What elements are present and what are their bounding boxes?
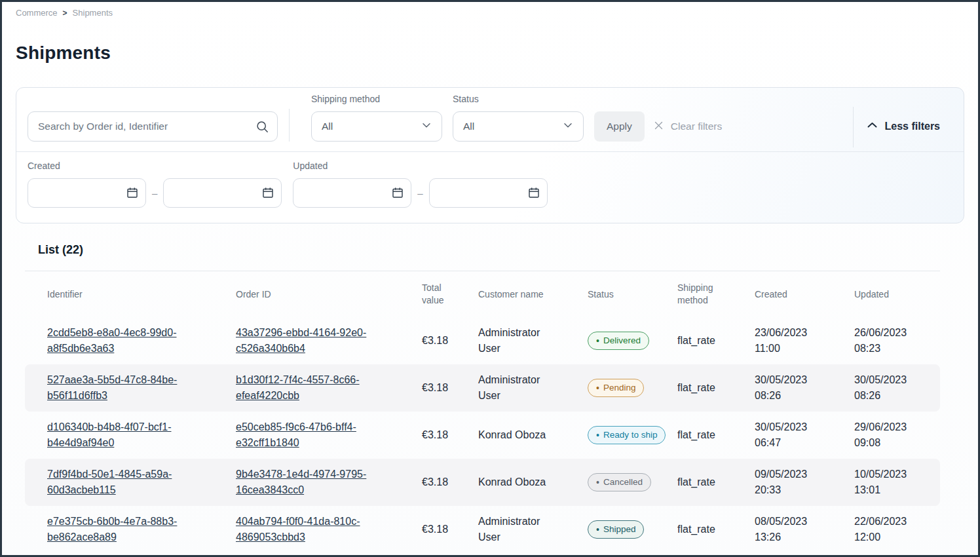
date-range-separator: –	[152, 187, 157, 199]
updated-cell: 29/06/2023 09:08	[854, 419, 918, 451]
total-value-cell: €3.18	[422, 474, 478, 490]
order-id-link[interactable]: 43a37296-ebbd-4164-92e0-c526a340b6b4	[236, 327, 366, 354]
table-row: 527aae3a-5b5d-47c8-84be-b56f11d6ffb3 b1d…	[25, 364, 940, 412]
shipment-identifier-link[interactable]: 2cdd5eb8-e8a0-4ec8-99d0-a8f5db6e3a63	[47, 327, 176, 354]
shipment-identifier-link[interactable]: 527aae3a-5b5d-47c8-84be-b56f11d6ffb3	[47, 374, 177, 401]
shipping-method-cell: flat_rate	[677, 522, 755, 537]
order-id-link[interactable]: 9b4e3478-1e4d-4974-9795-16cea3843cc0	[236, 469, 366, 495]
updated-to-input[interactable]	[429, 178, 548, 208]
close-icon	[653, 120, 664, 134]
status-filter: Status All	[453, 94, 584, 142]
less-filters-toggle[interactable]: Less filters	[867, 111, 940, 142]
status-badge: Shipped	[588, 520, 644, 539]
table-row: d106340b-b4b8-4f07-bcf1-b4e4d9af94e0 e50…	[25, 412, 940, 459]
customer-name-cell: Administrator User	[478, 514, 588, 545]
created-to-input[interactable]	[163, 178, 282, 208]
created-cell: 09/05/2023 20:33	[755, 467, 854, 498]
shipments-list: List (22) Identifier Order ID Total valu…	[2, 243, 978, 553]
total-value-cell: €3.18	[422, 522, 478, 537]
table-row: e7e375cb-6b0b-4e7a-88b3-be862ace8a89 404…	[25, 506, 940, 553]
filters-divider	[853, 107, 854, 147]
breadcrumb: Commerce > Shipments	[2, 2, 978, 18]
status-badge: Cancelled	[588, 473, 651, 491]
shipment-identifier-link[interactable]: 7df9f4bd-50e1-4845-a59a-60d3acbeb115	[47, 469, 172, 495]
table-row: 7df9f4bd-50e1-4845-a59a-60d3acbeb115 9b4…	[25, 459, 940, 506]
search-input[interactable]	[28, 111, 278, 142]
shipping-method-cell: flat_rate	[677, 333, 755, 349]
total-value-cell: €3.18	[422, 380, 478, 396]
customer-name-cell: Konrad Oboza	[478, 427, 588, 443]
updated-label: Updated	[293, 161, 547, 171]
shipping-method-value: All	[322, 121, 333, 132]
chevron-up-icon	[867, 121, 878, 132]
date-range-separator: –	[417, 187, 423, 199]
order-id-link[interactable]: 404ab794-f0f0-41da-810c-4869053cbbd3	[236, 516, 360, 543]
created-date-filter: Created –	[28, 161, 282, 208]
shipping-method-filter: Shipping method All	[311, 94, 442, 142]
created-cell: 08/05/2023 13:26	[755, 514, 854, 545]
chevron-down-icon	[563, 120, 573, 133]
clear-filters-button[interactable]: Clear filters	[653, 111, 722, 142]
shipping-method-cell: flat_rate	[677, 427, 755, 443]
shipping-method-label: Shipping method	[311, 94, 442, 104]
customer-name-cell: Administrator User	[478, 325, 588, 356]
created-label: Created	[28, 161, 282, 171]
updated-from-wrap	[293, 178, 411, 208]
column-header-customer-name: Customer name	[478, 288, 588, 301]
column-header-updated: Updated	[854, 288, 918, 301]
total-value-cell: €3.18	[422, 333, 478, 349]
breadcrumb-shipments[interactable]: Shipments	[73, 8, 113, 18]
filters-divider	[289, 109, 290, 142]
search-field-wrap	[28, 111, 278, 142]
total-value-cell: €3.18	[422, 427, 478, 443]
apply-button[interactable]: Apply	[594, 111, 645, 142]
created-cell: 23/06/2023 11:00	[755, 325, 854, 356]
status-select[interactable]: All	[453, 111, 584, 142]
updated-cell: 22/06/2023 12:00	[854, 514, 918, 545]
customer-name-cell: Administrator User	[478, 372, 588, 404]
status-badge: Delivered	[588, 332, 649, 350]
shipping-method-cell: flat_rate	[677, 474, 755, 490]
column-header-total-value: Total value	[422, 282, 478, 307]
created-from-wrap	[28, 178, 146, 208]
updated-to-wrap	[429, 178, 548, 208]
shipping-method-select[interactable]: All	[311, 111, 442, 142]
less-filters-label: Less filters	[885, 121, 940, 132]
order-id-link[interactable]: e50ceb85-f9c6-47b6-bff4-e32cff1b1840	[236, 421, 356, 448]
updated-cell: 26/06/2023 08:23	[854, 325, 918, 356]
filters-date-row: Created – Updated	[16, 152, 964, 208]
table-row: 2cdd5eb8-e8a0-4ec8-99d0-a8f5db6e3a63 43a…	[25, 317, 940, 364]
column-header-created: Created	[755, 288, 854, 301]
created-cell: 30/05/2023 06:47	[755, 419, 854, 451]
shipping-method-cell: flat_rate	[677, 380, 755, 396]
updated-date-filter: Updated –	[293, 161, 547, 208]
created-from-input[interactable]	[28, 178, 146, 208]
breadcrumb-separator: >	[63, 9, 67, 18]
updated-cell: 10/05/2023 13:01	[854, 467, 918, 498]
customer-name-cell: Konrad Oboza	[478, 474, 588, 490]
clear-filters-label: Clear filters	[671, 121, 722, 132]
updated-cell: 30/05/2023 08:26	[854, 372, 918, 404]
status-badge: Pending	[588, 379, 644, 397]
status-label: Status	[453, 94, 584, 104]
breadcrumb-commerce[interactable]: Commerce	[16, 8, 58, 18]
list-title: List (22)	[38, 243, 940, 257]
filters-panel: Shipping method All Status All Apply Cl	[16, 87, 964, 223]
page-title: Shipments	[16, 43, 978, 64]
shipment-identifier-link[interactable]: e7e375cb-6b0b-4e7a-88b3-be862ace8a89	[47, 516, 177, 543]
column-header-order-id: Order ID	[236, 288, 422, 301]
table-header-row: Identifier Order ID Total value Customer…	[25, 271, 940, 317]
column-header-shipping-method: Shipping method	[677, 282, 755, 307]
created-cell: 30/05/2023 08:26	[755, 372, 854, 404]
order-id-link[interactable]: b1d30f12-7f4c-4557-8c66-efeaf4220cbb	[236, 374, 360, 401]
column-header-status: Status	[588, 288, 677, 301]
filters-primary-row: Shipping method All Status All Apply Cl	[16, 88, 964, 152]
created-to-wrap	[163, 178, 282, 208]
status-badge: Ready to ship	[588, 426, 666, 444]
status-value: All	[463, 121, 474, 132]
updated-from-input[interactable]	[293, 178, 411, 208]
shipment-identifier-link[interactable]: d106340b-b4b8-4f07-bcf1-b4e4d9af94e0	[47, 421, 171, 448]
column-header-identifier: Identifier	[47, 288, 236, 301]
chevron-down-icon	[421, 120, 432, 133]
